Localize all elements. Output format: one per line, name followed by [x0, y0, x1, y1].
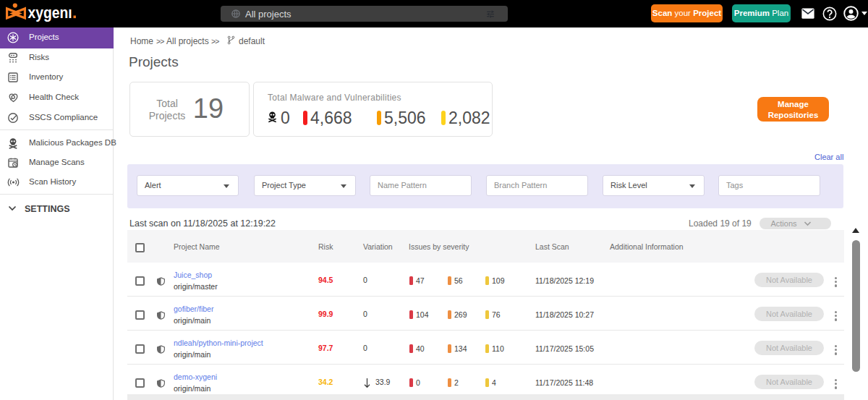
svg-text:xygenı: xygenı [28, 4, 72, 22]
